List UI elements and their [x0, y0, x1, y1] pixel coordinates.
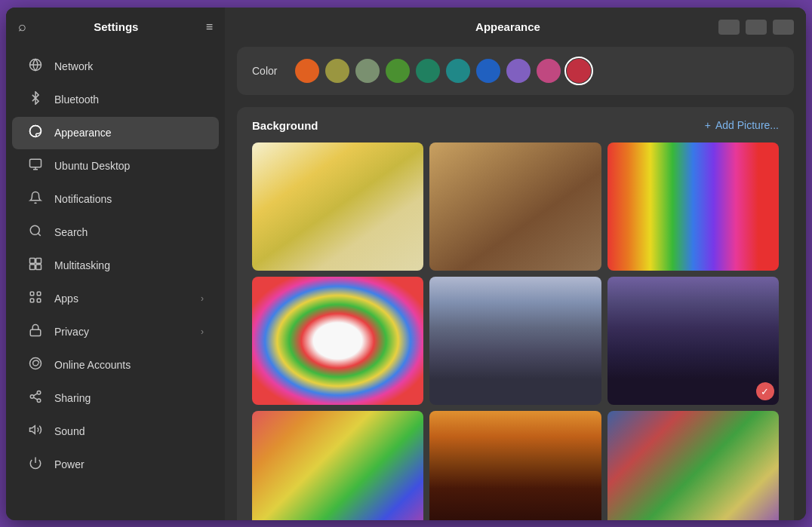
main-panel: Appearance ─ □ ✕ Color Background: [225, 8, 806, 520]
background-title: Background: [252, 119, 318, 132]
color-label: Color: [252, 65, 277, 77]
svg-point-18: [30, 394, 34, 398]
add-picture-button[interactable]: + Add Picture...: [705, 119, 779, 131]
svg-line-21: [33, 393, 37, 395]
sidebar-item-label-sound: Sound: [54, 425, 204, 437]
color-swatch-pink[interactable]: [537, 59, 561, 83]
sidebar-item-label-appearance: Appearance: [54, 127, 204, 139]
sidebar-item-label-bluetooth: Bluetooth: [54, 93, 204, 106]
sidebar-item-sharing[interactable]: Sharing: [12, 382, 219, 415]
search-icon[interactable]: ⌕: [18, 19, 26, 35]
network-icon: [27, 58, 44, 75]
sharing-icon: [27, 390, 44, 407]
color-swatch-teal-green[interactable]: [416, 59, 440, 83]
svg-rect-16: [30, 329, 41, 336]
svg-line-20: [33, 397, 37, 400]
sidebar-item-label-multitasking: Multitasking: [54, 259, 204, 271]
sidebar-item-multitasking[interactable]: Multitasking: [12, 250, 219, 282]
page-title: Appearance: [297, 20, 718, 33]
window-controls: ─ □ ✕: [718, 20, 794, 35]
background-thumbnail-bg1[interactable]: [252, 142, 423, 271]
appearance-icon: [27, 124, 44, 142]
sidebar-item-search[interactable]: Search: [12, 216, 219, 249]
sidebar-item-network[interactable]: Network: [12, 51, 219, 83]
apps-icon: [27, 290, 44, 308]
background-header: Background + Add Picture...: [252, 119, 779, 132]
sound-icon: [27, 423, 44, 440]
menu-icon[interactable]: ≡: [206, 20, 213, 34]
maximize-button[interactable]: □: [746, 20, 767, 35]
online-accounts-icon: [27, 357, 44, 374]
sidebar-title: Settings: [94, 20, 138, 33]
sidebar-item-label-power: Power: [54, 458, 204, 470]
chevron-right-icon: ›: [201, 326, 204, 337]
search-icon: [27, 224, 44, 241]
color-swatch-olive[interactable]: [325, 59, 349, 83]
background-thumbnail-bg9[interactable]: [607, 411, 779, 519]
sidebar-item-power[interactable]: Power: [12, 449, 219, 481]
sidebar-item-online-accounts[interactable]: Online Accounts: [12, 349, 219, 381]
svg-point-17: [37, 391, 41, 394]
background-thumbnail-bg7[interactable]: [252, 411, 423, 519]
color-swatch-sage[interactable]: [355, 59, 380, 83]
svg-rect-13: [37, 292, 41, 296]
color-swatch-blue[interactable]: [476, 59, 500, 83]
svg-rect-10: [30, 264, 35, 269]
sidebar-item-label-notifications: Notifications: [54, 193, 204, 205]
color-swatch-purple[interactable]: [506, 59, 531, 83]
color-swatches: [295, 59, 591, 83]
chevron-right-icon: ›: [201, 293, 204, 304]
privacy-icon: [27, 323, 44, 341]
sidebar-item-apps[interactable]: Apps›: [12, 283, 219, 315]
background-thumbnail-bg8[interactable]: [429, 411, 601, 519]
svg-point-19: [37, 399, 41, 403]
background-section: Background + Add Picture... ✓: [237, 107, 794, 520]
sidebar-item-label-network: Network: [54, 60, 204, 72]
color-swatch-red[interactable]: [567, 59, 591, 83]
color-swatch-orange[interactable]: [295, 59, 319, 83]
settings-window: ⌕ Settings ≡ NetworkBluetoothAppearanceU…: [6, 8, 806, 520]
notifications-icon: [27, 191, 44, 208]
ubuntu-desktop-icon: [27, 158, 44, 175]
close-button[interactable]: ✕: [773, 20, 794, 35]
svg-rect-11: [36, 264, 42, 269]
sidebar-item-label-apps: Apps: [54, 293, 190, 305]
sidebar-item-privacy[interactable]: Privacy›: [12, 316, 219, 348]
color-row: Color: [252, 59, 779, 83]
svg-rect-8: [30, 258, 35, 263]
power-icon: [27, 456, 44, 473]
svg-rect-14: [30, 299, 34, 302]
color-swatch-green[interactable]: [386, 59, 410, 83]
add-icon: +: [705, 119, 711, 131]
sidebar-item-sound[interactable]: Sound: [12, 415, 219, 448]
minimize-button[interactable]: ─: [718, 20, 740, 35]
color-section: Color: [237, 47, 794, 95]
sidebar-item-notifications[interactable]: Notifications: [12, 183, 219, 216]
svg-point-6: [30, 225, 39, 234]
sidebar-item-label-ubuntu-desktop: Ubuntu Desktop: [54, 160, 204, 172]
background-thumbnail-bg4[interactable]: [252, 277, 423, 405]
sidebar-item-label-sharing: Sharing: [54, 392, 204, 404]
background-grid: ✓: [252, 142, 779, 520]
svg-rect-3: [30, 159, 42, 167]
add-picture-label: Add Picture...: [715, 119, 779, 131]
main-header: Appearance ─ □ ✕: [225, 8, 806, 47]
svg-marker-22: [30, 425, 35, 434]
svg-rect-12: [30, 292, 34, 296]
sidebar-item-appearance[interactable]: Appearance: [12, 117, 219, 149]
sidebar-items-list: NetworkBluetoothAppearanceUbuntu Desktop…: [6, 47, 225, 520]
sidebar: ⌕ Settings ≡ NetworkBluetoothAppearanceU…: [6, 8, 225, 520]
sidebar-item-label-online-accounts: Online Accounts: [54, 359, 204, 371]
sidebar-item-ubuntu-desktop[interactable]: Ubuntu Desktop: [12, 150, 219, 182]
svg-rect-15: [37, 299, 41, 302]
sidebar-item-bluetooth[interactable]: Bluetooth: [12, 84, 219, 116]
background-thumbnail-bg6[interactable]: ✓: [607, 277, 779, 405]
background-thumbnail-bg2[interactable]: [429, 142, 601, 271]
svg-rect-9: [36, 258, 42, 263]
background-thumbnail-bg3[interactable]: [607, 142, 779, 271]
sidebar-header: ⌕ Settings ≡: [6, 8, 225, 47]
color-swatch-teal[interactable]: [446, 59, 470, 83]
bluetooth-icon: [27, 91, 44, 109]
background-thumbnail-bg5[interactable]: [429, 277, 601, 405]
selected-check-icon: ✓: [756, 382, 774, 400]
